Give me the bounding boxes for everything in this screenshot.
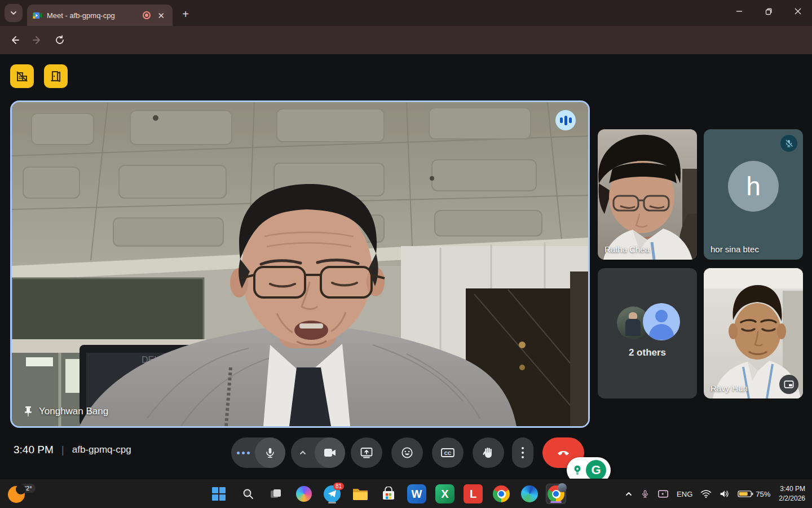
folder-icon [352,487,369,501]
language-label: ENG [677,490,692,498]
weather-moon-icon [8,486,25,503]
meeting-info: 3:40 PM | afb-gpmq-cpg [14,444,131,456]
camera-options-chevron[interactable] [291,448,315,457]
present-screen-button[interactable] [351,437,382,468]
forward-button[interactable] [28,31,46,49]
divider: | [61,444,64,456]
weather-widget[interactable]: 32° [8,484,36,503]
avatar-letter: h [746,171,761,202]
participant-tile-hor-sina[interactable]: h hor sina btec [704,129,803,260]
chrome-profile-avatar [558,483,567,492]
reactions-button[interactable] [391,437,423,468]
participant-avatar: h [728,161,779,212]
telegram-button[interactable]: 81 [322,484,342,504]
captions-button[interactable]: CC [432,437,464,468]
extension-door-button[interactable] [44,64,68,88]
battery-icon [738,490,753,498]
tab-search-button[interactable] [5,4,23,22]
meet-page: DELL [0,54,812,479]
chrome-icon [493,485,510,502]
tab-title: Meet - afb-gpmq-cpg [47,11,138,20]
screen-sparkle-icon [657,489,669,499]
battery-indicator[interactable]: 75% [734,483,774,505]
language-indicator[interactable]: ENG [673,483,696,505]
excel-button[interactable]: X [435,484,455,504]
tab-close-button[interactable]: ✕ [155,10,167,21]
participant-video-yonghwan: DELL [12,102,588,426]
ms-store-button[interactable] [378,484,399,504]
copilot-icon [296,486,312,502]
window-restore-button[interactable] [756,0,782,23]
present-screen-icon [360,446,373,459]
pip-icon [784,379,794,389]
tray-clock[interactable]: 3:40 PM 2/2/2026 [774,484,812,504]
window-close-button[interactable] [785,0,811,23]
chevron-down-icon [10,9,17,17]
minimize-icon [736,8,743,15]
extension-attendance-button[interactable] [10,64,34,88]
others-count-label: 2 others [629,347,666,358]
browser-titlebar: Meet - afb-gpmq-cpg ✕ + [0,0,812,26]
emoji-smile-icon [400,446,414,459]
reload-button[interactable] [51,31,69,49]
edge-icon [521,485,538,502]
participant-tile-others[interactable]: 2 others [598,268,697,398]
file-explorer-button[interactable] [350,484,370,504]
active-indicator [550,501,562,503]
task-view-button[interactable] [266,484,286,504]
volume-indicator[interactable] [716,483,734,505]
participant-name: Ravy Hun [710,383,748,393]
word-button[interactable]: W [407,484,427,504]
participant-video-ratha [598,129,697,260]
tab-recording-indicator [143,11,151,19]
participant-name: hor sina btec [710,244,759,254]
more-options-button[interactable] [512,437,533,468]
back-icon [10,35,20,45]
tray-time: 3:40 PM [779,484,805,494]
camera-toggle[interactable] [315,437,345,468]
store-icon [381,487,396,501]
start-button[interactable] [209,484,229,504]
participant-tile-ratha[interactable]: Ratha Chea [598,129,697,260]
mic-muted-badge [780,135,797,152]
copilot-button[interactable] [294,484,314,504]
browser-tab[interactable]: Meet - afb-gpmq-cpg ✕ [27,5,173,26]
mic-audio-activity [231,452,255,454]
speaker-icon [720,489,730,498]
meeting-code: afb-gpmq-cpg [72,444,131,456]
meeting-clock: 3:40 PM [14,444,54,456]
chrome-active-button[interactable] [546,484,566,504]
audio-activity-indicator [555,110,576,130]
video-camera-icon [323,447,337,458]
tray-screen-share[interactable] [654,483,673,505]
picture-in-picture-button[interactable] [779,375,798,394]
captions-icon: CC [440,446,455,459]
wifi-icon [700,489,712,498]
windows-logo-icon [212,487,226,501]
pinned-name-row: Yonghwan Bang [23,406,108,417]
wifi-indicator[interactable] [696,483,716,505]
new-tab-button[interactable]: + [178,7,193,21]
participant-name: Ratha Chea [604,244,650,254]
window-minimize-button[interactable] [726,0,752,23]
main-video-tile[interactable]: DELL [10,100,590,428]
browser-toolbar: meet.google.com/afb-gpmq-cpg School [0,26,812,54]
mic-icon [264,446,276,459]
microphone-button[interactable] [231,437,285,468]
task-view-icon [269,487,283,501]
tray-mic-in-use[interactable] [637,483,654,505]
edge-button[interactable] [519,484,540,504]
taskbar-search-button[interactable] [238,484,258,504]
mic-toggle[interactable] [255,437,285,468]
chevron-up-icon [625,490,633,498]
participant-tile-ravy[interactable]: Ravy Hun [704,268,803,398]
raise-hand-button[interactable] [473,437,504,468]
end-call-icon [556,445,571,460]
camera-button[interactable] [291,437,345,468]
back-button[interactable] [6,31,24,49]
tray-expand-button[interactable] [621,483,637,505]
telegram-badge: 81 [333,483,344,490]
building-crossed-icon [15,69,29,83]
chrome-button[interactable] [491,484,511,504]
l-app-button[interactable]: L [463,484,483,504]
